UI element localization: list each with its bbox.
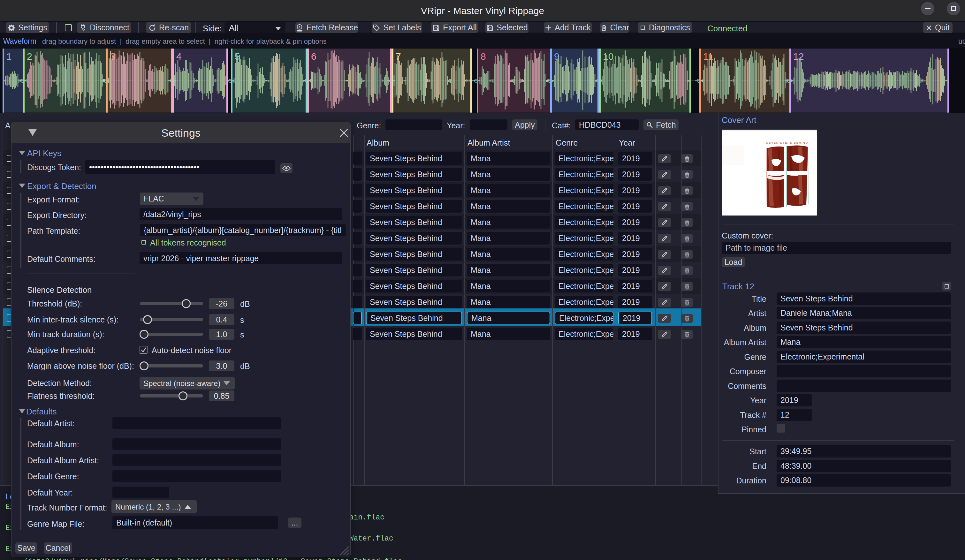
svg-text:9: 9 [554,51,559,62]
svg-text:3: 3 [110,51,115,62]
svg-text:5: 5 [235,51,240,62]
svg-text:4: 4 [176,51,182,62]
svg-text:SEVEN STEPS BEHIND: SEVEN STEPS BEHIND [766,141,808,144]
svg-text:7: 7 [396,51,401,62]
svg-text:8: 8 [481,51,486,62]
svg-text:12: 12 [793,51,804,62]
svg-text:6: 6 [311,51,316,62]
svg-text:1: 1 [7,51,12,62]
svg-text:11: 11 [703,51,713,62]
svg-text:10: 10 [603,51,613,62]
svg-text:2: 2 [27,51,32,62]
